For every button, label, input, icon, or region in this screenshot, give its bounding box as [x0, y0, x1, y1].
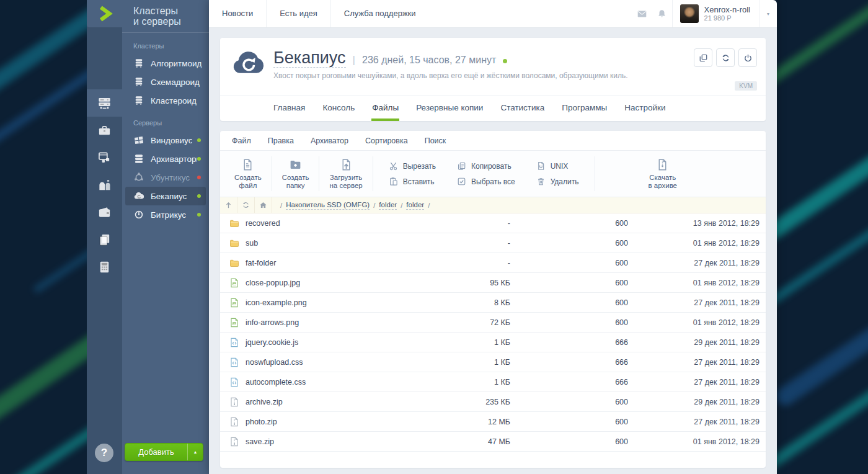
- breadcrumb-link[interactable]: folder: [406, 201, 424, 210]
- file-row-noswfupload.css[interactable]: noswfupload.css1 КБ66627 дек 2011, 18:29: [220, 352, 766, 372]
- file-date: 01 янв 2012, 18:29: [628, 279, 760, 287]
- rail-item-calculator[interactable]: [87, 253, 122, 280]
- add-button[interactable]: Добавить ▲: [125, 443, 203, 461]
- rail-item-documents[interactable]: [87, 226, 122, 253]
- toolbar-divider: [319, 156, 319, 191]
- create-folder-button[interactable]: Создатьпапку: [274, 155, 317, 192]
- cluster-icon: [133, 58, 144, 69]
- topbar-menu-item[interactable]: Новости: [209, 0, 266, 27]
- fm-menu-item[interactable]: Архиватор: [311, 136, 348, 145]
- status-dot-green: [503, 59, 507, 63]
- file-row-icon-example.png[interactable]: icon-example.png8 КБ60027 дек 2011, 18:2…: [220, 293, 766, 313]
- sidebar-divider: [122, 32, 209, 33]
- breadcrumb-link[interactable]: Накопитель SSD (OMFG): [286, 201, 370, 210]
- tab[interactable]: Главная: [265, 96, 314, 121]
- fm-menu-item[interactable]: Поиск: [425, 136, 446, 145]
- help-button[interactable]: ?: [95, 444, 113, 462]
- home-button[interactable]: [255, 197, 272, 213]
- file-row-recovered[interactable]: recovered-60013 янв 2012, 18:29: [220, 213, 766, 233]
- file-row-save.zip[interactable]: save.zip47 МБ60001 янв 2012, 18:29: [220, 432, 766, 452]
- server-description: Хвост покрыт роговыми чешуйками, а вдоль…: [273, 71, 627, 80]
- sidebar-title: Кластеры и серверы: [122, 0, 209, 27]
- fm-menu-item[interactable]: Сортировка: [365, 136, 408, 145]
- sidebar-item[interactable]: Схемадроид: [125, 73, 206, 91]
- bitrix-icon: [133, 209, 144, 220]
- download-archive-button[interactable]: Скачатьв архиве: [640, 155, 686, 192]
- server-head: Бекапиус | 236 дней, 15 часов, 27 минут …: [220, 38, 766, 80]
- file-row-close-popup.jpg[interactable]: close-popup.jpg95 КБ60001 янв 2012, 18:2…: [220, 273, 766, 293]
- caret-down-icon[interactable]: ▼: [759, 0, 777, 27]
- file-row-autocomplete.css[interactable]: autocomplete.css1 КБ66627 дек 2011, 18:2…: [220, 372, 766, 392]
- sidebar-item[interactable]: Убунтикус: [125, 168, 206, 187]
- scissors-button[interactable]: Вырезать: [389, 161, 436, 171]
- file-date: 01 янв 2012, 18:29: [628, 437, 760, 446]
- file-row-sub[interactable]: sub-60001 янв 2012, 18:29: [220, 233, 766, 253]
- select-all-button[interactable]: Выбрать все: [457, 177, 515, 186]
- sidebar-section-label: Кластеры: [133, 42, 198, 50]
- app-logo[interactable]: [87, 0, 122, 27]
- refresh-button[interactable]: [237, 197, 255, 213]
- rail-item-mailbox[interactable]: [87, 171, 122, 199]
- file-row-fat-folder[interactable]: fat-folder-60027 дек 2011, 18:29: [220, 253, 766, 273]
- status-dot-green: [197, 157, 201, 161]
- fm-menu-item[interactable]: Файл: [232, 136, 251, 145]
- server-tabs: ГлавнаяКонсольФайлыРезервные копииСтатис…: [220, 95, 766, 121]
- file-size: -: [411, 239, 510, 248]
- file-size: 95 КБ: [411, 279, 510, 287]
- caret-up-icon[interactable]: ▲: [187, 444, 203, 460]
- file-row-photo.zip[interactable]: photo.zip12 МБ60027 дек 2011, 18:29: [220, 412, 766, 432]
- upload-button[interactable]: Загрузитьна сервер: [321, 155, 370, 192]
- sidebar-item[interactable]: Алгоритмоид: [125, 54, 206, 73]
- file-date: 27 дек 2011, 18:29: [628, 418, 760, 426]
- file-permissions: 600: [510, 437, 628, 446]
- mail-button[interactable]: [632, 0, 652, 27]
- tab[interactable]: Файлы: [363, 96, 407, 121]
- file-permissions: 666: [510, 338, 628, 347]
- toolbar-divider: [595, 156, 595, 191]
- bell-button[interactable]: [652, 0, 672, 27]
- topbar-menu-item[interactable]: Служба поддержки: [330, 0, 429, 27]
- refresh-button[interactable]: [716, 48, 735, 67]
- calculator-icon: [97, 260, 112, 274]
- tab[interactable]: Статистика: [492, 96, 553, 121]
- file-row-archive.zip[interactable]: archive.zip235 КБ60029 дек 2011, 18:29: [220, 392, 766, 412]
- copy-icon: [457, 161, 466, 171]
- desktop: { "colors":{ "accent_green":"#79ba29","b…: [0, 0, 868, 474]
- windows-icon: [133, 135, 144, 146]
- rail-item-wallet[interactable]: [87, 199, 122, 226]
- content-area: Бекапиус | 236 дней, 15 часов, 27 минут …: [209, 28, 777, 474]
- rail-item-servers-rack[interactable]: [87, 89, 122, 117]
- tab[interactable]: Программы: [553, 96, 616, 121]
- tab[interactable]: Резервные копии: [407, 96, 492, 121]
- sidebar-item[interactable]: Битрикус: [125, 205, 206, 224]
- unix-doc-icon: [536, 161, 546, 171]
- sidebar-item[interactable]: Бекапиус: [125, 187, 206, 205]
- user-menu[interactable]: Xenrox-n-roll 21 980 Р: [672, 0, 759, 27]
- up-arrow-button[interactable]: [220, 197, 237, 213]
- server-card: Бекапиус | 236 дней, 15 часов, 27 минут …: [220, 38, 766, 121]
- breadcrumb-link[interactable]: folder: [379, 201, 397, 210]
- cluster-icon: [133, 95, 144, 106]
- select-all-icon: [457, 177, 466, 186]
- rail-item-briefcase[interactable]: [87, 117, 122, 144]
- power-button[interactable]: [738, 48, 757, 67]
- clone-button[interactable]: [694, 48, 712, 67]
- paste-button[interactable]: Вставить: [389, 177, 436, 186]
- unix-doc-button[interactable]: UNIX: [536, 161, 579, 171]
- tab[interactable]: Настройки: [616, 96, 674, 121]
- sidebar-item[interactable]: Архиварториу...: [125, 150, 206, 168]
- trash-button[interactable]: Удалить: [536, 177, 579, 186]
- file-row-jquery.cookie.js[interactable]: jquery.cookie.js1 КБ66629 дек 2011, 18:2…: [220, 333, 766, 352]
- topbar-menu-item[interactable]: Есть идея: [266, 0, 330, 27]
- file-row-info-arrows.png[interactable]: info-arrows.png72 КБ60001 янв 2012, 18:2…: [220, 313, 766, 333]
- create-file-button[interactable]: Создатьфайл: [226, 155, 270, 192]
- server-name[interactable]: Бекапиус: [273, 48, 346, 68]
- file-date: 29 дек 2011, 18:29: [628, 338, 760, 347]
- rail-item-app-window[interactable]: [87, 144, 122, 171]
- sidebar-item[interactable]: Виндовиус: [125, 131, 206, 150]
- fm-menu-item[interactable]: Правка: [268, 136, 294, 145]
- copy-button[interactable]: Копировать: [457, 161, 515, 171]
- sidebar-item[interactable]: Кластероид: [125, 91, 206, 110]
- sidebar-item-label: Битрикус: [151, 210, 186, 220]
- tab[interactable]: Консоль: [314, 96, 363, 121]
